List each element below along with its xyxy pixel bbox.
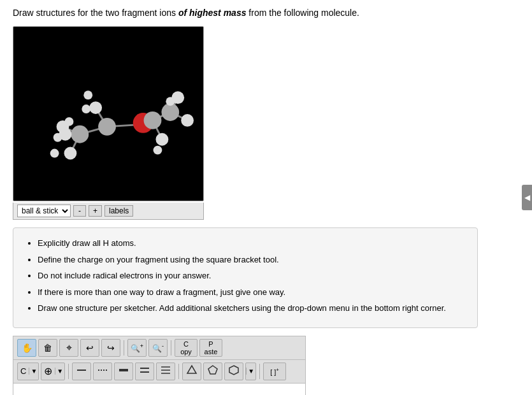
erase-tool-btn[interactable]: 🗑 — [38, 339, 57, 357]
svg-marker-37 — [208, 366, 217, 374]
copy-label: Copy — [180, 340, 192, 356]
redo-btn[interactable]: ↪ — [101, 339, 120, 357]
bold-bond-btn[interactable] — [114, 363, 133, 380]
separator-2 — [171, 340, 171, 356]
ring5-btn[interactable] — [203, 363, 222, 380]
separator-3 — [68, 364, 69, 379]
sketcher-canvas[interactable]: ? — [13, 384, 305, 396]
ring6-icon — [228, 364, 240, 378]
svg-point-26 — [65, 117, 74, 126]
svg-marker-38 — [229, 366, 238, 375]
zoom-in-icon: 🔍+ — [131, 343, 143, 353]
svg-point-24 — [153, 146, 162, 155]
intro-text-after: from the following molecule. — [246, 8, 359, 18]
svg-point-11 — [82, 104, 90, 113]
molecule-controls: ball & stick wireframe space fill - + la… — [13, 203, 204, 220]
svg-point-20 — [181, 114, 194, 127]
sketcher-wrapper: ✋ 🗑 ⌖ ↩ ↪ 🔍+ 🔍- Copy — [13, 336, 306, 396]
paste-label: Paste — [205, 340, 218, 356]
zoom-in-btn-sk[interactable]: 🔍+ — [127, 339, 147, 357]
separator-1 — [124, 340, 124, 356]
carbon-arrow: ▼ — [29, 368, 38, 375]
instructions-box: Explicitly draw all H atoms. Define the … — [13, 227, 478, 328]
ring-arrow: ▼ — [246, 368, 255, 375]
triple-bond-icon — [160, 364, 171, 378]
intro-text-before: Draw structures for the two fragment ion… — [13, 8, 178, 18]
copy-btn[interactable]: Copy — [175, 339, 198, 357]
svg-point-22 — [166, 97, 175, 106]
single-bond-icon — [76, 364, 87, 378]
charge-symbol: ⊕ — [41, 365, 55, 377]
undo-btn[interactable]: ↩ — [80, 339, 99, 357]
ring-dropdown[interactable]: ▼ — [245, 363, 256, 380]
undo-icon: ↩ — [86, 343, 94, 353]
charge-dropdown[interactable]: ⊕ ▼ — [41, 363, 65, 380]
bold-bond-icon — [118, 364, 129, 378]
svg-point-15 — [50, 149, 59, 158]
svg-point-13 — [64, 147, 77, 160]
svg-point-18 — [161, 103, 179, 121]
zoom-out-btn[interactable]: - — [73, 205, 86, 217]
ring3-icon — [186, 364, 198, 378]
select-tool-btn[interactable]: ✋ — [17, 339, 36, 357]
charge-arrow: ▼ — [55, 368, 64, 375]
sketcher-toolbar-row2: C ▼ ⊕ ▼ — [13, 360, 305, 384]
paste-btn[interactable]: Paste — [199, 339, 222, 357]
dashed-bond-icon — [97, 364, 108, 378]
svg-point-19 — [144, 111, 162, 129]
instruction-item-4: If there is more than one way to draw a … — [38, 286, 466, 299]
bracket-btn[interactable]: [ ]+ — [263, 363, 286, 380]
instructions-list: Explicitly draw all H atoms. Define the … — [25, 237, 466, 315]
separator-4 — [178, 364, 179, 379]
lasso-tool-btn[interactable]: ⌖ — [59, 339, 78, 357]
ring3-btn[interactable] — [182, 363, 201, 380]
triple-bond-btn[interactable] — [156, 363, 175, 380]
intro-text-italic: of highest mass — [178, 8, 247, 18]
erase-icon: 🗑 — [43, 343, 52, 353]
molecule-viewer-wrapper: ball & stick wireframe space fill - + la… — [13, 26, 519, 220]
instruction-item-5: Draw one structure per sketcher. Add add… — [38, 302, 466, 315]
select-icon: ✋ — [22, 343, 32, 353]
carbon-symbol: C — [18, 366, 29, 376]
instruction-item-3: Do not include radical electrons in your… — [38, 269, 466, 282]
instruction-item-1: Explicitly draw all H atoms. — [38, 237, 466, 250]
redo-icon: ↪ — [107, 343, 115, 353]
carbon-dropdown[interactable]: C ▼ — [17, 363, 39, 380]
ring5-icon — [207, 364, 219, 378]
ring6-btn[interactable] — [224, 363, 243, 380]
dashed-bond-btn[interactable] — [93, 363, 112, 380]
bracket-icon: [ ]+ — [270, 367, 279, 376]
svg-point-27 — [59, 128, 72, 141]
intro-text: Draw structures for the two fragment ion… — [13, 6, 519, 20]
svg-marker-36 — [187, 366, 196, 373]
svg-point-23 — [155, 133, 168, 146]
zoom-in-btn[interactable]: + — [89, 205, 102, 217]
zoom-out-icon: 🔍- — [152, 343, 164, 353]
svg-point-16 — [98, 118, 116, 136]
molecule-view-select[interactable]: ball & stick wireframe space fill — [17, 205, 71, 217]
labels-btn[interactable]: labels — [104, 205, 133, 217]
svg-point-10 — [83, 90, 92, 99]
single-bond-btn[interactable] — [72, 363, 91, 380]
double-bond-btn[interactable] — [135, 363, 154, 380]
page-wrapper: Draw structures for the two fragment ion… — [0, 0, 532, 395]
svg-point-25 — [71, 126, 89, 143]
right-tab[interactable]: ◀ — [522, 185, 532, 210]
molecule-canvas — [13, 26, 204, 201]
double-bond-icon — [139, 364, 150, 378]
molecule-svg — [13, 27, 203, 201]
separator-5 — [259, 364, 260, 379]
svg-point-9 — [89, 101, 102, 114]
lasso-icon: ⌖ — [66, 342, 72, 354]
instruction-item-2: Define the charge on your fragment using… — [38, 254, 466, 266]
sketcher-toolbar-row1: ✋ 🗑 ⌖ ↩ ↪ 🔍+ 🔍- Copy — [13, 336, 305, 360]
zoom-out-btn-sk[interactable]: 🔍- — [148, 339, 168, 357]
right-tab-icon: ◀ — [524, 193, 530, 202]
